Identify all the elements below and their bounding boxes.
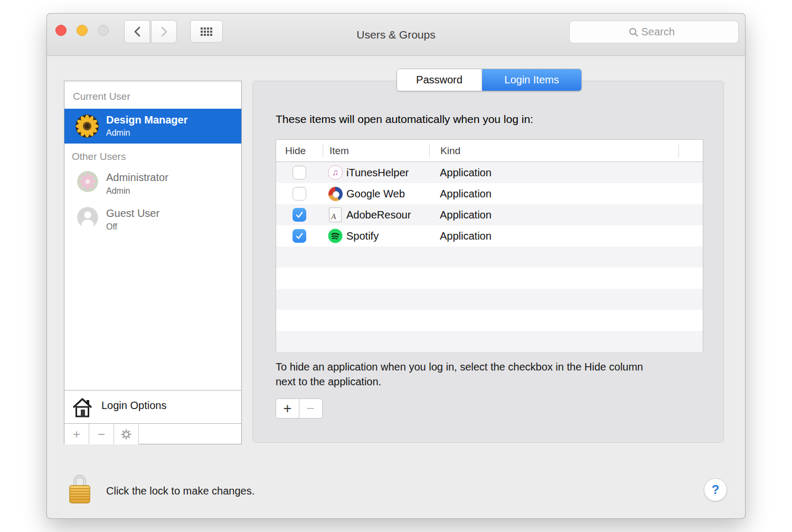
login-items-panel: These items will open automatically when… [252, 81, 724, 443]
plus-icon: + [284, 401, 292, 417]
panel-heading: These items will open automatically when… [276, 113, 533, 126]
tab-login-items[interactable]: Login Items [482, 69, 581, 91]
title-bar: Users & Groups [47, 14, 745, 56]
user-role: Admin [106, 128, 130, 138]
person-silhouette-avatar [77, 207, 98, 228]
plus-icon: + [73, 427, 80, 442]
column-header-item[interactable]: Item [323, 144, 429, 157]
other-users-header: Other Users [72, 151, 126, 163]
item-name: iTunesHelper [346, 167, 409, 179]
item-kind: Application [429, 209, 703, 221]
waterlily-avatar [77, 171, 98, 192]
lock-icon[interactable] [68, 472, 91, 505]
login-options-label: Login Options [101, 400, 166, 412]
minus-icon: − [98, 427, 105, 442]
gear-icon [120, 429, 132, 440]
remove-user-button[interactable]: − [89, 424, 114, 444]
user-role: Off [106, 222, 117, 232]
user-role: Admin [106, 186, 130, 196]
itunes-icon: ♫ [328, 165, 343, 180]
sunflower-avatar [76, 115, 99, 138]
table-empty-row [276, 310, 703, 331]
spotify-icon [328, 229, 343, 243]
remove-login-item-button[interactable]: − [299, 398, 323, 419]
item-kind: Application [429, 188, 703, 200]
user-name: Guest User [106, 207, 159, 220]
add-user-button[interactable]: + [64, 424, 89, 444]
question-mark-icon: ? [712, 482, 720, 497]
table-row-itunshelper[interactable]: ♫ iTunesHelper Application [276, 162, 703, 183]
item-kind: Application [429, 230, 703, 242]
user-actions-button[interactable] [114, 424, 139, 444]
column-header-hide[interactable]: Hide [276, 144, 323, 157]
item-name: Google Web [346, 188, 405, 200]
user-name: Administrator [106, 172, 168, 184]
minus-icon: − [307, 401, 315, 417]
sidebar-toolbar: + − [64, 423, 241, 444]
users-groups-window: Users & Groups Current User [46, 13, 746, 519]
table-row-google-web[interactable]: Google Web Application [276, 183, 703, 204]
checkmark-icon [295, 231, 304, 241]
item-name: AdobeResour [346, 209, 411, 221]
table-empty-row [276, 268, 703, 289]
item-kind: Application [429, 167, 703, 179]
search-field[interactable] [569, 21, 739, 43]
item-name: Spotify [346, 230, 379, 242]
search-input[interactable] [642, 26, 680, 38]
sidebar-item-guest-user[interactable]: Guest User Off [64, 202, 241, 234]
add-remove-group: + − [276, 398, 323, 419]
tab-bar: Password Login Items [397, 69, 582, 91]
hide-checkbox[interactable] [293, 187, 306, 201]
sidebar-item-login-options[interactable]: Login Options [64, 390, 241, 423]
table-empty-row [276, 331, 703, 352]
checkmark-icon [295, 210, 304, 220]
search-icon [629, 27, 638, 37]
house-icon [71, 396, 94, 418]
hide-checkbox[interactable] [293, 166, 306, 179]
table-empty-row [276, 289, 703, 310]
table-row-adoberesour[interactable]: A AdobeResour Application [276, 204, 703, 225]
current-user-header: Current User [73, 91, 130, 102]
table-row-spotify[interactable]: Spotify Application [276, 225, 703, 246]
adobe-document-icon: A [328, 207, 343, 222]
table-header: Hide Item Kind [276, 140, 703, 162]
tab-password[interactable]: Password [397, 69, 482, 91]
chrome-icon [328, 186, 343, 201]
add-login-item-button[interactable]: + [276, 398, 299, 419]
login-items-table: Hide Item Kind ♫ iTunesHelper Applicatio… [276, 139, 703, 352]
hide-instruction-text: To hide an application when you log in, … [276, 359, 656, 389]
desktop-background: Users & Groups Current User [0, 0, 792, 532]
sidebar-item-administrator[interactable]: Administrator Admin [64, 166, 241, 198]
hide-checkbox-checked[interactable] [293, 229, 306, 243]
sidebar-item-design-manager[interactable]: Design Manager Admin [64, 109, 241, 144]
column-header-spacer [678, 144, 703, 157]
hide-checkbox-checked[interactable] [293, 208, 306, 222]
help-button[interactable]: ? [704, 478, 727, 501]
column-header-kind[interactable]: Kind [429, 144, 678, 157]
table-empty-row [276, 246, 703, 268]
lock-instruction-text: Click the lock to make changes. [106, 485, 254, 497]
user-list-sidebar: Current User [64, 81, 242, 444]
user-name: Design Manager [106, 114, 187, 126]
